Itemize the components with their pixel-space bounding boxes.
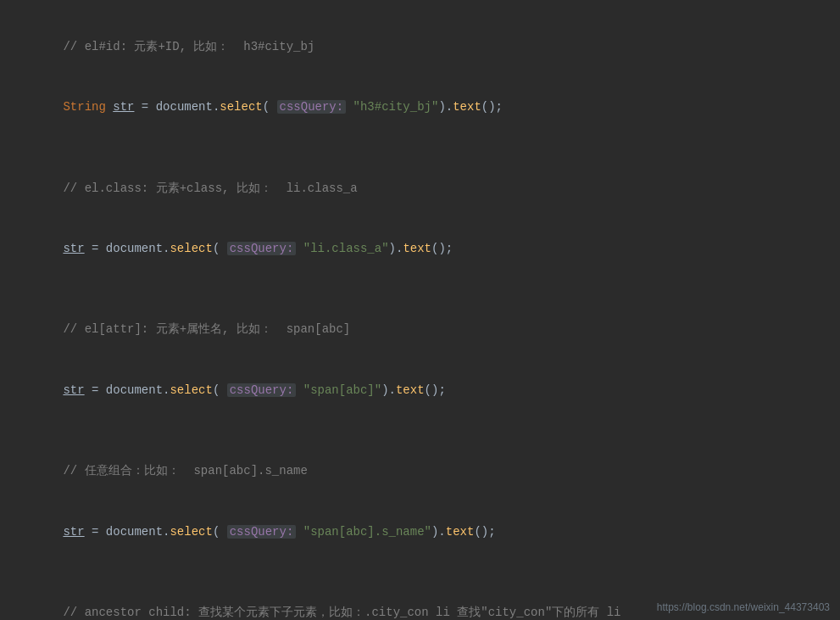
param-cssquery-4: cssQuery: (227, 525, 297, 539)
watermark: https://blog.csdn.net/weixin_44373403 (657, 601, 830, 613)
string-2: "li.class_a" (303, 242, 389, 255)
param-cssquery-1: cssQuery: (277, 100, 347, 114)
method-text-1: text (453, 100, 481, 114)
param-cssquery-3: cssQuery: (227, 383, 297, 397)
comment-1: // el#id: 元素+ID, 比如： h3#city_bj (20, 17, 820, 77)
method-select-3: select (170, 383, 212, 397)
code-line-3: str = document.select( cssQuery: "span[a… (20, 360, 820, 421)
comment-4: // 任意组合：比如： span[abc].s_name (20, 441, 820, 501)
comment-text-5: // ancestor child: 查找某个元素下子元素，比如：.city_c… (63, 606, 620, 619)
string-3: "span[abc]" (303, 383, 381, 397)
method-text-3: text (396, 383, 425, 397)
comment-3: // el[attr]: 元素+属性名, 比如： span[abc] (20, 300, 820, 360)
string-1: "h3#city_bj" (353, 100, 439, 114)
string-4: "span[abc].s_name" (303, 525, 431, 539)
method-text-2: text (403, 242, 431, 255)
var-str-2: str (63, 242, 84, 255)
comment-text-2: // el.class: 元素+class, 比如： li.class_a (63, 182, 357, 195)
method-text-4: text (446, 525, 475, 539)
var-str-3: str (63, 383, 84, 397)
comment-text-1: // el#id: 元素+ID, 比如： h3#city_bj (63, 40, 314, 53)
var-str-4: str (63, 525, 84, 539)
comment-2: // el.class: 元素+class, 比如： li.class_a (20, 159, 820, 219)
code-line-4: str = document.select( cssQuery: "span[a… (20, 502, 820, 562)
method-select: select (220, 100, 262, 114)
method-select-4: select (170, 525, 212, 539)
comment-text-4: // 任意组合：比如： span[abc].s_name (63, 464, 307, 478)
code-block-3: // el[attr]: 元素+属性名, 比如： span[abc] str =… (20, 300, 820, 422)
code-block-4: // 任意组合：比如： span[abc].s_name str = docum… (20, 441, 820, 562)
code-line-1: String str = document.select( cssQuery: … (20, 77, 820, 137)
code-block-1: // el#id: 元素+ID, 比如： h3#city_bj String s… (20, 17, 820, 138)
comment-text-3: // el[attr]: 元素+属性名, 比如： span[abc] (63, 322, 350, 336)
var-str: str (113, 100, 134, 114)
code-block-2: // el.class: 元素+class, 比如： li.class_a st… (20, 159, 820, 280)
code-line-2: str = document.select( cssQuery: "li.cla… (20, 219, 820, 279)
param-cssquery-2: cssQuery: (227, 242, 297, 255)
keyword-string: String (63, 100, 105, 114)
code-container: // el#id: 元素+ID, 比如： h3#city_bj String s… (0, 0, 840, 620)
method-select-2: select (170, 242, 212, 255)
